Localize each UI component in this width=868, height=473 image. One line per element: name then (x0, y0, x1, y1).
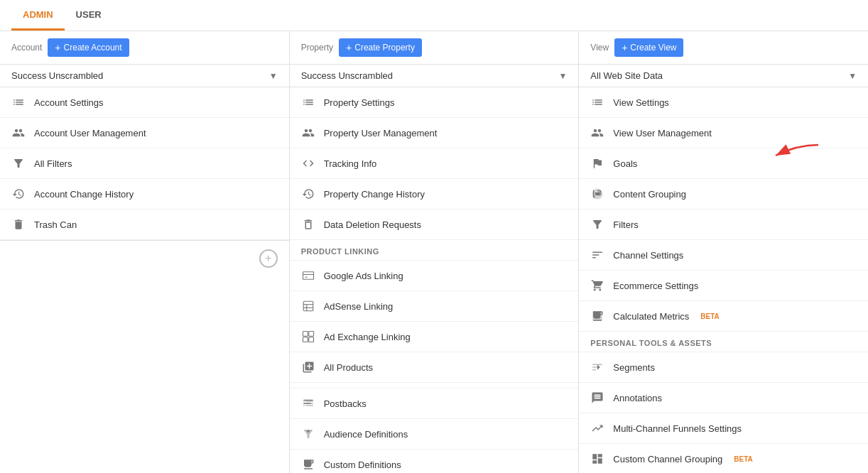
all-products-item[interactable]: All Products (290, 352, 579, 383)
google-ads-linking-item[interactable]: Google Ads Linking (290, 261, 579, 291)
account-settings-item[interactable]: Account Settings (0, 87, 289, 118)
account-dropdown-arrow-icon: ▼ (269, 71, 278, 81)
view-dropdown[interactable]: All Web Site Data ▼ (579, 65, 868, 87)
view-label: View (590, 43, 609, 53)
view-settings-item[interactable]: View Settings (579, 87, 868, 118)
all-filters-label: All Filters (34, 158, 72, 169)
adsense-linking-item[interactable]: AdSense Linking (290, 291, 579, 322)
view-dropdown-value: All Web Site Data (590, 70, 663, 81)
svg-rect-9 (303, 337, 308, 342)
view-header-left: View + Create View (590, 38, 683, 57)
tab-user[interactable]: USER (65, 1, 113, 31)
ecommerce-icon (590, 278, 604, 293)
view-column: View + Create View All Web Site Data ▼ V… (579, 31, 868, 473)
postbacks-label: Postbacks (324, 398, 367, 409)
account-col-header: Account + Create Account (0, 31, 289, 65)
channel-settings-icon (590, 248, 604, 262)
multi-channel-icon (590, 421, 604, 435)
create-account-label: Create Account (64, 43, 122, 53)
view-filters-item[interactable]: Filters (579, 210, 868, 240)
code-icon (301, 156, 315, 170)
tab-admin[interactable]: ADMIN (11, 1, 65, 31)
delete-icon (301, 217, 315, 232)
calculated-metrics-item[interactable]: Calculated Metrics BETA (579, 301, 868, 332)
property-dropdown[interactable]: Success Unscrambled ▼ (290, 65, 579, 87)
plus-icon: + (55, 42, 60, 53)
ecommerce-settings-item[interactable]: Ecommerce Settings (579, 271, 868, 301)
svg-rect-11 (303, 400, 313, 401)
account-header-left: Account + Create Account (11, 38, 129, 57)
postbacks-icon (301, 396, 315, 411)
account-menu-list: Account Settings Account User Management… (0, 87, 289, 473)
multi-channel-funnels-label: Multi-Channel Funnels Settings (613, 423, 742, 434)
svg-rect-12 (303, 403, 311, 404)
property-dropdown-value: Success Unscrambled (301, 70, 393, 81)
top-nav: ADMIN USER (0, 0, 868, 31)
audience-icon (301, 427, 315, 441)
svg-rect-0 (303, 272, 313, 280)
filters-label: Filters (613, 219, 638, 230)
view-settings-label: View Settings (613, 97, 669, 108)
custom-channel-icon (590, 452, 604, 466)
segments-label: Segments (613, 362, 655, 373)
account-dropdown-value: Success Unscrambled (11, 70, 103, 81)
tracking-info-item[interactable]: Tracking Info (290, 148, 579, 179)
account-dropdown[interactable]: Success Unscrambled ▼ (0, 65, 289, 87)
view-people-icon (590, 126, 604, 140)
create-view-label: Create View (630, 43, 676, 53)
ad-exchange-linking-item[interactable]: Ad Exchange Linking (290, 322, 579, 352)
audience-definitions-item[interactable]: Audience Definitions (290, 419, 579, 450)
data-deletion-item[interactable]: Data Deletion Requests (290, 210, 579, 240)
create-property-button[interactable]: + Create Property (339, 38, 422, 57)
property-change-history-label: Property Change History (324, 189, 425, 200)
goals-item[interactable]: Goals (579, 148, 868, 179)
property-user-management-item[interactable]: Property User Management (290, 118, 579, 148)
goals-label: Goals (613, 158, 637, 169)
account-add-area: + (0, 240, 289, 276)
all-products-label: All Products (324, 362, 373, 373)
view-user-management-item[interactable]: View User Management (579, 118, 868, 148)
create-view-button[interactable]: + Create View (614, 38, 683, 57)
property-label: Property (301, 43, 333, 53)
annotations-item[interactable]: Annotations (579, 383, 868, 413)
personal-tools-header: PERSONAL TOOLS & ASSETS (579, 332, 868, 352)
calculated-metrics-label: Calculated Metrics (613, 311, 689, 322)
calculated-metrics-icon (590, 309, 604, 323)
property-menu-list: Property Settings Property User Manageme… (290, 87, 579, 473)
property-history-icon (301, 187, 315, 201)
create-account-button[interactable]: + Create Account (48, 38, 129, 57)
property-people-icon (301, 126, 315, 140)
google-ads-linking-label: Google Ads Linking (324, 271, 403, 281)
account-user-management-item[interactable]: Account User Management (0, 118, 289, 148)
channel-settings-item[interactable]: Channel Settings (579, 240, 868, 271)
property-col-header: Property + Create Property (290, 31, 579, 65)
property-user-management-label: Property User Management (324, 128, 438, 138)
view-filter-icon (590, 217, 604, 232)
property-change-history-item[interactable]: Property Change History (290, 179, 579, 210)
segments-item[interactable]: Segments (579, 352, 868, 383)
ecommerce-settings-label: Ecommerce Settings (613, 281, 698, 291)
custom-definitions-item[interactable]: Custom Definitions (290, 450, 579, 473)
annotations-icon (590, 391, 604, 405)
account-user-management-label: Account User Management (34, 128, 146, 138)
svg-rect-10 (308, 337, 313, 342)
ad-exchange-icon (301, 330, 315, 344)
property-header-left: Property + Create Property (301, 38, 422, 57)
all-filters-item[interactable]: All Filters (0, 148, 289, 179)
account-add-button[interactable]: + (259, 249, 278, 268)
trash-can-item[interactable]: Trash Can (0, 210, 289, 240)
multi-channel-funnels-item[interactable]: Multi-Channel Funnels Settings (579, 413, 868, 444)
channel-settings-label: Channel Settings (613, 250, 683, 261)
data-deletion-label: Data Deletion Requests (324, 219, 421, 230)
property-settings-item[interactable]: Property Settings (290, 87, 579, 118)
custom-channel-grouping-item[interactable]: Custom Channel Grouping BETA (579, 444, 868, 473)
postbacks-item[interactable]: Postbacks (290, 388, 579, 419)
annotations-label: Annotations (613, 393, 662, 403)
custom-definitions-icon (301, 457, 315, 472)
content-grouping-item[interactable]: Content Grouping (579, 179, 868, 210)
account-change-history-item[interactable]: Account Change History (0, 179, 289, 210)
main-content: Account + Create Account Success Unscram… (0, 31, 868, 473)
account-label: Account (11, 43, 42, 53)
custom-channel-grouping-beta-badge: BETA (734, 455, 752, 463)
svg-rect-3 (303, 301, 313, 311)
